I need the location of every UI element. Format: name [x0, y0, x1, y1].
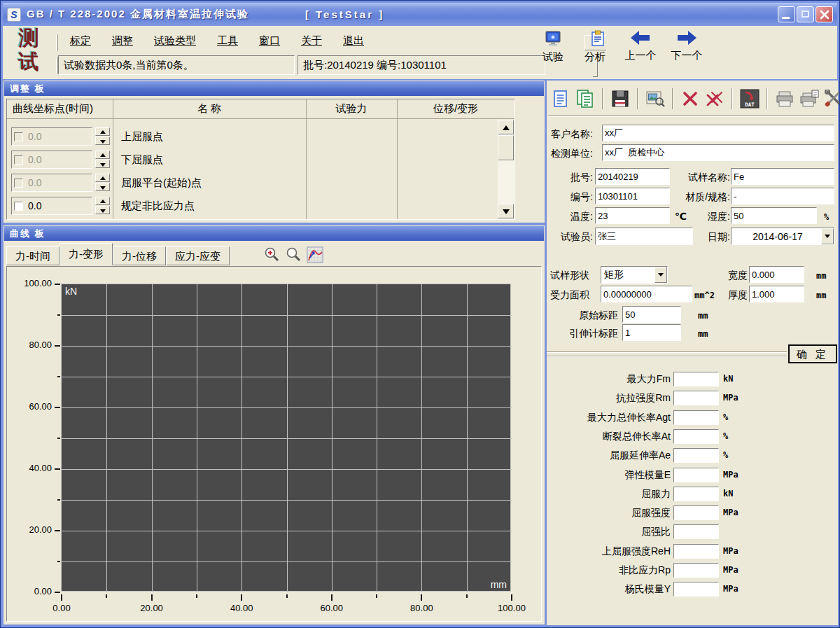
minimize-button[interactable]	[778, 6, 795, 22]
chart-plot[interactable]: kN mm 0.0020.0040.0060.0080.00100.000.00…	[61, 284, 511, 592]
toolbar-grip	[56, 34, 58, 51]
x-minor-tick	[286, 594, 288, 598]
width-input[interactable]	[749, 266, 804, 283]
customer-label: 客户名称:	[551, 128, 593, 141]
menu-item-exit[interactable]: 退出	[343, 34, 364, 48]
next-button[interactable]: 下一个	[666, 30, 707, 62]
reset-curve-button[interactable]	[305, 246, 324, 263]
y-major-tick	[55, 468, 60, 470]
gauge-label: 原始标距	[566, 309, 618, 322]
scroll-down-icon[interactable]	[498, 204, 514, 218]
menu-bar: 标定调整试验类型工具窗口关于退出	[70, 34, 364, 48]
test-mode-button[interactable]: 试验	[535, 30, 571, 64]
humidity-label: 湿度:	[694, 211, 730, 223]
date-combobox[interactable]: 2014-06-17	[731, 228, 834, 245]
result-input[interactable]	[673, 505, 719, 520]
gauge-input[interactable]	[622, 306, 681, 323]
spin-up-icon[interactable]	[95, 197, 110, 205]
arrow-right-icon	[676, 30, 697, 46]
scroll-up-icon[interactable]	[498, 120, 514, 134]
spin-down-icon[interactable]	[95, 206, 110, 214]
result-label: 弹性模量E	[625, 469, 671, 482]
sample-name-input[interactable]	[731, 168, 834, 185]
print-preview-button[interactable]	[799, 89, 819, 109]
export-dat-button[interactable]: DAT	[740, 89, 760, 109]
result-row: 屈服强度MPa	[547, 505, 838, 521]
result-label: 断裂总伸长率At	[603, 431, 671, 443]
result-row: 弹性模量EMPa	[547, 468, 838, 483]
settings-button[interactable]	[824, 89, 840, 109]
operator-input[interactable]	[595, 228, 693, 245]
result-input[interactable]	[673, 544, 719, 559]
result-input[interactable]	[673, 429, 719, 444]
menu-item-about[interactable]: 关于	[301, 34, 322, 48]
menu-item-adjust[interactable]: 调整	[112, 34, 133, 48]
point-spinner[interactable]	[95, 197, 110, 215]
y-tick-label: 20.00	[4, 524, 52, 535]
x-tick-label: 60.00	[311, 603, 353, 613]
result-unit: MPa	[723, 546, 738, 556]
table-scrollbar[interactable]	[498, 120, 514, 218]
result-input[interactable]	[673, 582, 719, 596]
window-title: GB / T 228-2002 金属材料室温拉伸试验	[27, 8, 249, 21]
point-checkbox[interactable]	[14, 202, 23, 211]
previous-button[interactable]: 上一个	[620, 30, 661, 62]
menu-item-window[interactable]: 窗口	[259, 34, 280, 48]
serial-input[interactable]	[595, 188, 670, 204]
temperature-label: 温度:	[551, 211, 593, 223]
confirm-button[interactable]: 确 定	[788, 344, 837, 363]
menu-item-tools[interactable]: 工具	[217, 34, 238, 48]
width-unit: mm	[816, 271, 826, 281]
date-value: 2014-06-17	[732, 231, 821, 242]
maximize-button[interactable]	[797, 6, 814, 22]
zoom-in-icon	[263, 246, 280, 263]
analyze-mode-button[interactable]: 分析	[575, 30, 615, 76]
gridline-vertical	[377, 284, 377, 592]
zoom-out-button[interactable]	[284, 246, 302, 263]
date-dropdown-icon[interactable]	[821, 228, 834, 244]
humidity-input[interactable]	[731, 207, 817, 224]
result-unit: %	[723, 412, 728, 422]
customer-input[interactable]	[602, 125, 834, 141]
new-record-button[interactable]	[551, 89, 570, 109]
agency-input[interactable]	[602, 144, 834, 161]
temperature-input[interactable]	[595, 207, 670, 224]
menu-item-calibration[interactable]: 标定	[70, 34, 91, 48]
delete-button[interactable]	[680, 89, 700, 109]
copy-record-button[interactable]	[575, 89, 595, 109]
menu-item-test-type[interactable]: 试验类型	[154, 34, 196, 48]
thickness-unit: mm	[816, 291, 826, 300]
save-button[interactable]	[610, 89, 630, 109]
result-row: 屈服力kN	[547, 487, 838, 502]
result-input[interactable]	[673, 468, 719, 482]
tab-force-time[interactable]: 力-时间	[6, 246, 59, 265]
close-button[interactable]	[816, 6, 833, 22]
extensometer-input[interactable]	[622, 324, 681, 341]
result-input[interactable]	[673, 524, 719, 539]
area-input[interactable]	[601, 286, 692, 302]
zoom-in-button[interactable]	[262, 246, 281, 263]
result-input[interactable]	[673, 563, 719, 578]
thickness-input[interactable]	[749, 286, 804, 302]
print-button[interactable]	[775, 89, 794, 109]
export-image-button[interactable]	[645, 89, 665, 109]
delete-all-button[interactable]	[705, 89, 724, 109]
result-input[interactable]	[673, 487, 719, 501]
batch-input[interactable]	[595, 168, 670, 185]
material-input[interactable]	[731, 188, 834, 204]
result-input[interactable]	[673, 372, 719, 386]
arrow-left-icon	[630, 30, 651, 46]
result-input[interactable]	[673, 410, 719, 425]
x-tick-label: 0.00	[41, 603, 83, 613]
result-input[interactable]	[673, 391, 719, 405]
tab-stress-strain[interactable]: 应力-应变	[166, 246, 230, 265]
shape-dropdown-icon[interactable]	[654, 267, 667, 283]
tab-force-displacement[interactable]: 力-位移	[113, 246, 166, 265]
result-input[interactable]	[673, 448, 719, 463]
tab-force-deformation[interactable]: 力-变形	[59, 243, 113, 265]
x-tick-label: 100.00	[491, 603, 533, 613]
scrollbar-thumb[interactable]	[498, 135, 514, 160]
shape-combobox[interactable]: 矩形	[601, 266, 668, 284]
image-export-icon	[645, 90, 665, 108]
point-time-field[interactable]: 0.0	[11, 197, 92, 215]
